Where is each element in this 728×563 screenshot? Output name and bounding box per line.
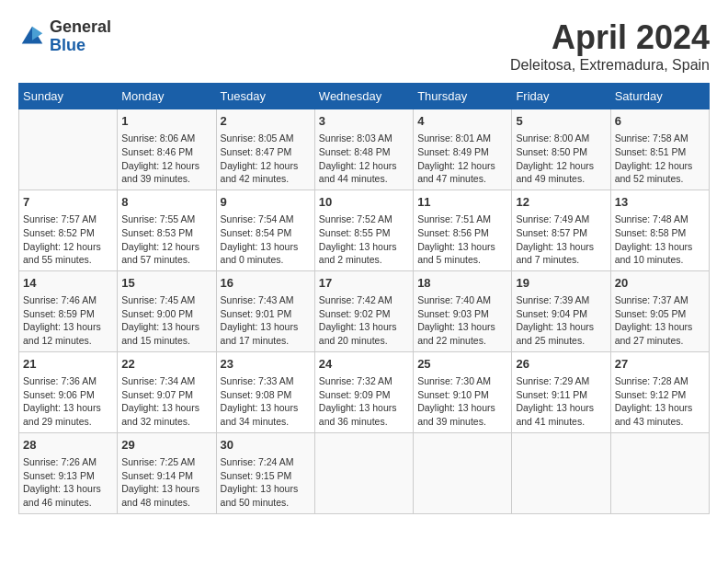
cell-content: Sunrise: 7:57 AMSunset: 8:52 PMDaylight:… (23, 213, 113, 267)
cell-content: Sunrise: 7:49 AMSunset: 8:57 PMDaylight:… (516, 213, 606, 267)
calendar-cell (19, 109, 118, 190)
calendar-cell: 22Sunrise: 7:34 AMSunset: 9:07 PMDayligh… (118, 351, 216, 432)
cell-content: Sunrise: 7:37 AMSunset: 9:05 PMDaylight:… (615, 293, 705, 348)
week-row-5: 28Sunrise: 7:26 AMSunset: 9:13 PMDayligh… (19, 432, 710, 513)
month-year-title: April 2024 (510, 18, 710, 57)
cell-content: Sunrise: 8:05 AMSunset: 8:47 PMDaylight:… (221, 132, 311, 186)
day-number: 19 (516, 275, 606, 292)
header-day-tuesday: Tuesday (216, 84, 314, 109)
day-number: 20 (615, 275, 705, 292)
day-number: 10 (319, 194, 409, 211)
day-number: 29 (121, 437, 211, 454)
calendar-cell: 26Sunrise: 7:29 AMSunset: 9:11 PMDayligh… (512, 351, 610, 432)
cell-content: Sunrise: 7:28 AMSunset: 9:12 PMDaylight:… (615, 374, 705, 429)
cell-content: Sunrise: 8:01 AMSunset: 8:49 PMDaylight:… (417, 132, 507, 186)
header-day-monday: Monday (118, 84, 216, 109)
day-number: 30 (221, 437, 311, 454)
title-section: April 2024 Deleitosa, Extremadura, Spain (510, 18, 710, 74)
logo-text: General Blue (50, 18, 111, 55)
calendar-cell: 16Sunrise: 7:43 AMSunset: 9:01 PMDayligh… (216, 270, 314, 351)
calendar-body: 1Sunrise: 8:06 AMSunset: 8:46 PMDaylight… (19, 109, 710, 514)
cell-content: Sunrise: 7:25 AMSunset: 9:14 PMDaylight:… (121, 455, 211, 510)
cell-content: Sunrise: 7:30 AMSunset: 9:10 PMDaylight:… (417, 374, 507, 429)
week-row-2: 7Sunrise: 7:57 AMSunset: 8:52 PMDaylight… (19, 190, 710, 270)
calendar-cell: 13Sunrise: 7:48 AMSunset: 8:58 PMDayligh… (610, 190, 709, 270)
cell-content: Sunrise: 7:39 AMSunset: 9:04 PMDaylight:… (516, 293, 606, 348)
header-day-friday: Friday (512, 84, 610, 109)
cell-content: Sunrise: 7:55 AMSunset: 8:53 PMDaylight:… (121, 213, 211, 267)
day-number: 1 (121, 113, 211, 130)
calendar-header: SundayMondayTuesdayWednesdayThursdayFrid… (19, 84, 710, 109)
calendar-cell (314, 432, 413, 513)
calendar-table: SundayMondayTuesdayWednesdayThursdayFrid… (18, 83, 710, 514)
week-row-3: 14Sunrise: 7:46 AMSunset: 8:59 PMDayligh… (19, 270, 710, 351)
calendar-cell: 17Sunrise: 7:42 AMSunset: 9:02 PMDayligh… (314, 270, 413, 351)
day-number: 7 (23, 194, 113, 211)
week-row-1: 1Sunrise: 8:06 AMSunset: 8:46 PMDaylight… (19, 109, 710, 190)
calendar-cell: 25Sunrise: 7:30 AMSunset: 9:10 PMDayligh… (414, 351, 512, 432)
calendar-cell: 3Sunrise: 8:03 AMSunset: 8:48 PMDaylight… (314, 109, 413, 190)
cell-content: Sunrise: 7:36 AMSunset: 9:06 PMDaylight:… (23, 374, 113, 429)
cell-content: Sunrise: 7:29 AMSunset: 9:11 PMDaylight:… (516, 374, 606, 429)
calendar-cell: 5Sunrise: 8:00 AMSunset: 8:50 PMDaylight… (512, 109, 610, 190)
calendar-cell: 1Sunrise: 8:06 AMSunset: 8:46 PMDaylight… (118, 109, 216, 190)
cell-content: Sunrise: 7:54 AMSunset: 8:54 PMDaylight:… (221, 213, 311, 267)
day-number: 13 (615, 194, 705, 211)
cell-content: Sunrise: 7:32 AMSunset: 9:09 PMDaylight:… (319, 374, 409, 429)
day-number: 12 (516, 194, 606, 211)
day-number: 21 (23, 356, 113, 373)
cell-content: Sunrise: 7:42 AMSunset: 9:02 PMDaylight:… (319, 293, 409, 348)
day-number: 26 (516, 356, 606, 373)
calendar-cell (414, 432, 512, 513)
cell-content: Sunrise: 8:00 AMSunset: 8:50 PMDaylight:… (516, 132, 606, 186)
cell-content: Sunrise: 7:48 AMSunset: 8:58 PMDaylight:… (615, 213, 705, 267)
day-number: 25 (417, 356, 507, 373)
cell-content: Sunrise: 8:03 AMSunset: 8:48 PMDaylight:… (319, 132, 409, 186)
calendar-cell: 10Sunrise: 7:52 AMSunset: 8:55 PMDayligh… (314, 190, 413, 270)
calendar-cell: 8Sunrise: 7:55 AMSunset: 8:53 PMDaylight… (118, 190, 216, 270)
cell-content: Sunrise: 7:46 AMSunset: 8:59 PMDaylight:… (23, 293, 113, 348)
calendar-cell: 28Sunrise: 7:26 AMSunset: 9:13 PMDayligh… (19, 432, 118, 513)
cell-content: Sunrise: 7:45 AMSunset: 9:00 PMDaylight:… (121, 293, 211, 348)
day-number: 17 (319, 275, 409, 292)
day-number: 3 (319, 113, 409, 130)
page-header: General Blue April 2024 Deleitosa, Extre… (18, 18, 710, 74)
calendar-cell: 2Sunrise: 8:05 AMSunset: 8:47 PMDaylight… (216, 109, 314, 190)
day-number: 15 (121, 275, 211, 292)
cell-content: Sunrise: 8:06 AMSunset: 8:46 PMDaylight:… (121, 132, 211, 186)
calendar-cell: 21Sunrise: 7:36 AMSunset: 9:06 PMDayligh… (19, 351, 118, 432)
day-number: 27 (615, 356, 705, 373)
header-row: SundayMondayTuesdayWednesdayThursdayFrid… (19, 84, 710, 109)
header-day-sunday: Sunday (19, 84, 118, 109)
week-row-4: 21Sunrise: 7:36 AMSunset: 9:06 PMDayligh… (19, 351, 710, 432)
day-number: 24 (319, 356, 409, 373)
day-number: 11 (417, 194, 507, 211)
logo-icon (18, 23, 46, 51)
calendar-cell: 23Sunrise: 7:33 AMSunset: 9:08 PMDayligh… (216, 351, 314, 432)
calendar-cell: 15Sunrise: 7:45 AMSunset: 9:00 PMDayligh… (118, 270, 216, 351)
calendar-cell: 11Sunrise: 7:51 AMSunset: 8:56 PMDayligh… (414, 190, 512, 270)
day-number: 4 (417, 113, 507, 130)
calendar-cell: 27Sunrise: 7:28 AMSunset: 9:12 PMDayligh… (610, 351, 709, 432)
calendar-cell: 24Sunrise: 7:32 AMSunset: 9:09 PMDayligh… (314, 351, 413, 432)
day-number: 22 (121, 356, 211, 373)
calendar-cell: 14Sunrise: 7:46 AMSunset: 8:59 PMDayligh… (19, 270, 118, 351)
header-day-wednesday: Wednesday (314, 84, 413, 109)
header-day-thursday: Thursday (414, 84, 512, 109)
calendar-cell: 18Sunrise: 7:40 AMSunset: 9:03 PMDayligh… (414, 270, 512, 351)
calendar-cell: 12Sunrise: 7:49 AMSunset: 8:57 PMDayligh… (512, 190, 610, 270)
logo: General Blue (18, 18, 111, 55)
day-number: 5 (516, 113, 606, 130)
calendar-cell (610, 432, 709, 513)
calendar-cell: 19Sunrise: 7:39 AMSunset: 9:04 PMDayligh… (512, 270, 610, 351)
calendar-cell: 29Sunrise: 7:25 AMSunset: 9:14 PMDayligh… (118, 432, 216, 513)
day-number: 9 (221, 194, 311, 211)
cell-content: Sunrise: 7:52 AMSunset: 8:55 PMDaylight:… (319, 213, 409, 267)
cell-content: Sunrise: 7:26 AMSunset: 9:13 PMDaylight:… (23, 455, 113, 510)
day-number: 2 (221, 113, 311, 130)
header-day-saturday: Saturday (610, 84, 709, 109)
day-number: 16 (221, 275, 311, 292)
calendar-cell: 20Sunrise: 7:37 AMSunset: 9:05 PMDayligh… (610, 270, 709, 351)
day-number: 18 (417, 275, 507, 292)
day-number: 14 (23, 275, 113, 292)
